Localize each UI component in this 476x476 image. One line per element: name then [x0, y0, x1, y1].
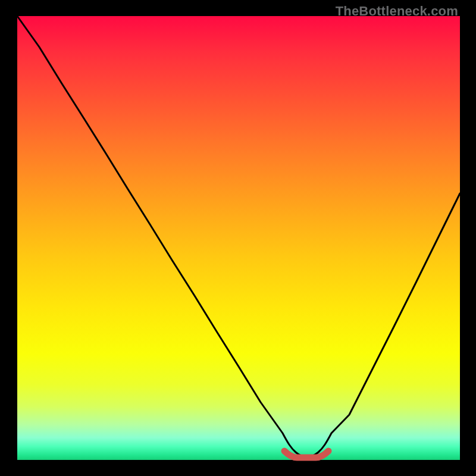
plot-gradient-background — [17, 16, 460, 460]
watermark-text: TheBottleneck.com — [336, 4, 458, 19]
bottleneck-curve — [17, 16, 460, 457]
chart-svg — [17, 16, 460, 460]
chart-frame: { "watermark": "TheBottleneck.com", "cha… — [0, 0, 476, 476]
flat-minimum-marker — [284, 451, 328, 458]
